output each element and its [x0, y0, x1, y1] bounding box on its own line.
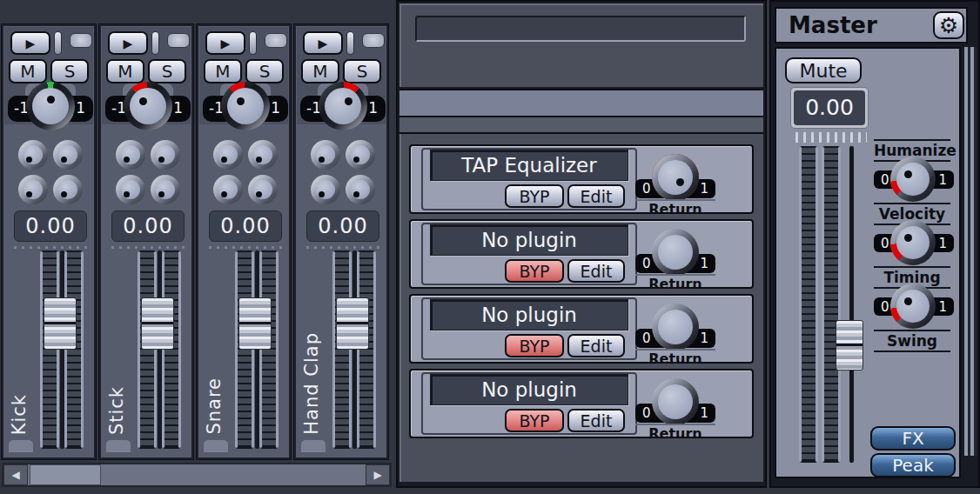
fx-send-knob-4[interactable] [151, 175, 180, 204]
vu-meter-left [40, 250, 59, 449]
return-knob[interactable] [652, 154, 699, 201]
knob-dot [353, 191, 359, 197]
master-volume-fader[interactable] [836, 320, 863, 370]
fx-send-knob-3[interactable] [116, 175, 145, 204]
humanize-timing-knob[interactable] [890, 220, 936, 265]
pan-knob[interactable] [124, 82, 172, 130]
plugin-name-display[interactable]: No plugin [430, 224, 628, 256]
trigger-bar [249, 31, 257, 55]
edit-button[interactable]: Edit [567, 334, 625, 357]
knob-face [325, 88, 361, 124]
edit-button[interactable]: Edit [567, 259, 625, 283]
volume-display: 0.00 [14, 210, 87, 242]
knob-dot [256, 157, 262, 163]
return-knob[interactable] [652, 229, 699, 276]
mute-button[interactable]: M [301, 59, 339, 83]
scroll-right-button[interactable]: ▶ [366, 464, 390, 485]
horizontal-scrollbar[interactable]: ◀ ▶ [2, 463, 392, 487]
bypass-button[interactable]: BYP [505, 259, 564, 283]
knob-max-label: 1 [700, 330, 708, 346]
knob-min-label: 0 [881, 236, 889, 251]
return-knob[interactable] [652, 378, 699, 425]
mute-button[interactable]: M [9, 59, 47, 83]
channel-strip: ▶ M S -1 1 0.00 Hand Clap [294, 24, 388, 459]
volume-fader[interactable] [141, 297, 174, 350]
fx-send-knob-2[interactable] [53, 140, 83, 170]
fx-send-knob-4[interactable] [248, 175, 278, 204]
trigger-bar [54, 31, 62, 55]
bypass-button[interactable]: BYP [505, 184, 564, 208]
play-sample-button[interactable]: ▶ [10, 31, 50, 55]
fx-send-knob-1[interactable] [311, 140, 340, 170]
play-icon: ▶ [221, 37, 231, 50]
master-body: Mute 0.00 Humanize 0 1 Velocity 0 [775, 47, 961, 478]
scrollbar-thumb[interactable] [30, 464, 101, 485]
fx-slot: No plugin BYP Edit 0 1 Return [409, 219, 754, 289]
knob-dot [319, 157, 325, 163]
plugin-name-display[interactable]: No plugin [430, 299, 628, 330]
scroll-left-button[interactable]: ◀ [3, 464, 28, 485]
show-fx-button[interactable]: FX [870, 426, 956, 451]
bypass-button[interactable]: BYP [505, 334, 564, 357]
knob-dot [26, 191, 32, 197]
pan-knob[interactable] [26, 82, 75, 130]
fx-send-knob-3[interactable] [18, 175, 48, 204]
fx-send-knob-2[interactable] [248, 140, 278, 170]
pan-knob[interactable] [221, 82, 270, 130]
swing-label: Swing [874, 330, 950, 352]
pan-knob[interactable] [319, 82, 367, 130]
return-label: Return [634, 276, 717, 292]
separator-dots [209, 246, 282, 249]
volume-fader[interactable] [44, 297, 77, 350]
fx-send-knob-3[interactable] [213, 175, 243, 204]
scroll-right-icon: ▶ [373, 469, 381, 481]
gear-icon: ⚙ [939, 13, 958, 38]
solo-button[interactable]: S [245, 59, 284, 83]
mute-button[interactable]: M [204, 59, 242, 83]
edit-button[interactable]: Edit [567, 409, 625, 432]
master-volume-frame: 0.00 [790, 87, 869, 129]
corner-tab [301, 440, 326, 452]
fx-send-knob-2[interactable] [346, 140, 375, 170]
fx-slot: No plugin BYP Edit 0 1 Return [409, 369, 754, 438]
fx-rack-band-thin [399, 117, 763, 134]
edit-button[interactable]: Edit [567, 184, 625, 208]
return-knob[interactable] [652, 304, 699, 350]
knob-dot [124, 157, 130, 163]
knob-max-label: 1 [700, 256, 708, 271]
plugin-name-display[interactable]: No plugin [430, 374, 628, 405]
play-sample-button[interactable]: ▶ [303, 31, 343, 55]
volume-fader[interactable] [238, 297, 272, 350]
fx-send-knob-1[interactable] [116, 140, 145, 170]
knob-face [896, 290, 930, 323]
play-sample-button[interactable]: ▶ [205, 31, 245, 55]
solo-button[interactable]: S [148, 59, 186, 83]
solo-button[interactable]: S [343, 59, 381, 83]
show-peaks-button[interactable]: Peak [870, 453, 956, 477]
fx-send-knob-1[interactable] [18, 140, 48, 170]
fx-send-knob-3[interactable] [311, 175, 340, 204]
fx-send-knob-2[interactable] [151, 140, 180, 170]
volume-fader[interactable] [336, 297, 369, 350]
knob-dot [221, 157, 227, 163]
bypass-button[interactable]: BYP [505, 409, 564, 432]
settings-button[interactable]: ⚙ [933, 11, 964, 39]
corner-tab [9, 440, 33, 452]
solo-button[interactable]: S [50, 59, 89, 83]
knob-dot [345, 97, 352, 105]
humanize-velocity-knob[interactable] [890, 157, 936, 202]
knob-dot [158, 157, 164, 163]
master-mute-button[interactable]: Mute [785, 57, 862, 83]
play-sample-button[interactable]: ▶ [108, 31, 148, 55]
vu-meter-right [162, 250, 181, 449]
master-title-bar: Master ⚙ [775, 7, 968, 43]
swing-knob[interactable] [890, 284, 936, 329]
mute-button[interactable]: M [106, 59, 144, 83]
plugin-name-display[interactable]: TAP Equalizer [430, 150, 628, 181]
fx-rack-title-display [415, 16, 746, 42]
fx-send-knob-4[interactable] [53, 175, 83, 204]
fader-rail [60, 250, 64, 449]
fx-send-knob-1[interactable] [213, 140, 243, 170]
fx-send-knob-4[interactable] [346, 175, 375, 204]
pan-max-label: 1 [368, 99, 378, 117]
